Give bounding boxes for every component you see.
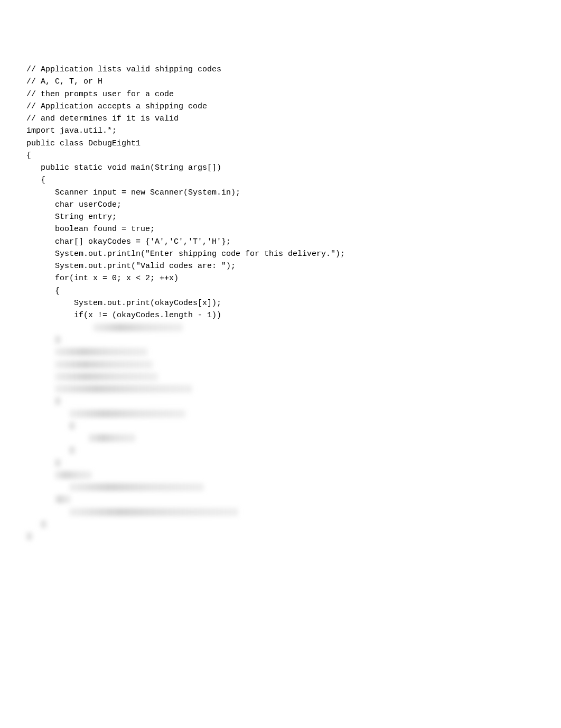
blurred-text bbox=[88, 434, 136, 442]
blurred-line bbox=[26, 432, 535, 445]
code-line: // Application lists valid shipping code… bbox=[26, 65, 221, 74]
blurred-text bbox=[41, 520, 47, 528]
blurred-code-region bbox=[26, 321, 535, 543]
blurred-line bbox=[26, 420, 535, 432]
code-line: char userCode; bbox=[26, 200, 121, 209]
code-line: { bbox=[26, 176, 45, 185]
code-line: import java.util.*; bbox=[26, 126, 117, 135]
blurred-line bbox=[26, 395, 535, 408]
blurred-text bbox=[55, 361, 153, 368]
code-line: Scanner input = new Scanner(System.in); bbox=[26, 188, 240, 197]
blurred-text bbox=[55, 348, 147, 356]
code-line: public static void main(String args[]) bbox=[26, 163, 221, 172]
code-line: if(x != (okayCodes.length - 1)) bbox=[26, 311, 221, 320]
blurred-line bbox=[26, 383, 535, 395]
blurred-text bbox=[55, 471, 92, 479]
blurred-text bbox=[69, 508, 238, 516]
code-line: System.out.println("Enter shipping code … bbox=[26, 250, 345, 259]
blurred-line bbox=[26, 358, 535, 371]
blurred-line bbox=[26, 506, 535, 518]
code-line: String entry; bbox=[26, 213, 117, 222]
blurred-line bbox=[26, 371, 535, 383]
code-line: // then prompts user for a code bbox=[26, 90, 174, 99]
code-line: for(int x = 0; x < 2; ++x) bbox=[26, 274, 179, 283]
blurred-text bbox=[55, 459, 61, 467]
blurred-line bbox=[26, 445, 535, 457]
blurred-line bbox=[26, 334, 535, 346]
blurred-line bbox=[26, 457, 535, 469]
code-line: // A, C, T, or H bbox=[26, 77, 102, 86]
blurred-text bbox=[55, 397, 61, 405]
code-line: // Application accepts a shipping code bbox=[26, 102, 207, 111]
blurred-text bbox=[93, 324, 183, 331]
blurred-text bbox=[69, 446, 76, 454]
blurred-line bbox=[26, 408, 535, 420]
code-line: public class DebugEight1 bbox=[26, 139, 141, 148]
blurred-text bbox=[55, 373, 158, 381]
blurred-text bbox=[55, 495, 71, 503]
blurred-line bbox=[26, 482, 535, 494]
blurred-text bbox=[55, 385, 192, 393]
blurred-text bbox=[69, 483, 204, 491]
blurred-text bbox=[69, 410, 185, 418]
code-line: // and determines if it is valid bbox=[26, 114, 179, 123]
blurred-line bbox=[26, 518, 535, 530]
code-line: System.out.print("Valid codes are: "); bbox=[26, 262, 236, 271]
blurred-text bbox=[69, 422, 76, 430]
code-line: boolean found = true; bbox=[26, 225, 155, 234]
code-line: { bbox=[26, 287, 60, 296]
code-snippet: // Application lists valid shipping code… bbox=[26, 63, 535, 321]
blurred-line bbox=[26, 494, 535, 506]
code-line: char[] okayCodes = {'A','C','T','H'}; bbox=[26, 237, 231, 246]
code-line: System.out.print(okayCodes[x]); bbox=[26, 299, 221, 308]
blurred-line bbox=[26, 531, 535, 543]
blurred-line bbox=[26, 469, 535, 481]
blurred-text bbox=[26, 532, 33, 540]
blurred-text bbox=[55, 336, 61, 344]
code-line: { bbox=[26, 151, 31, 160]
blurred-line bbox=[26, 321, 535, 334]
blurred-line bbox=[26, 346, 535, 358]
